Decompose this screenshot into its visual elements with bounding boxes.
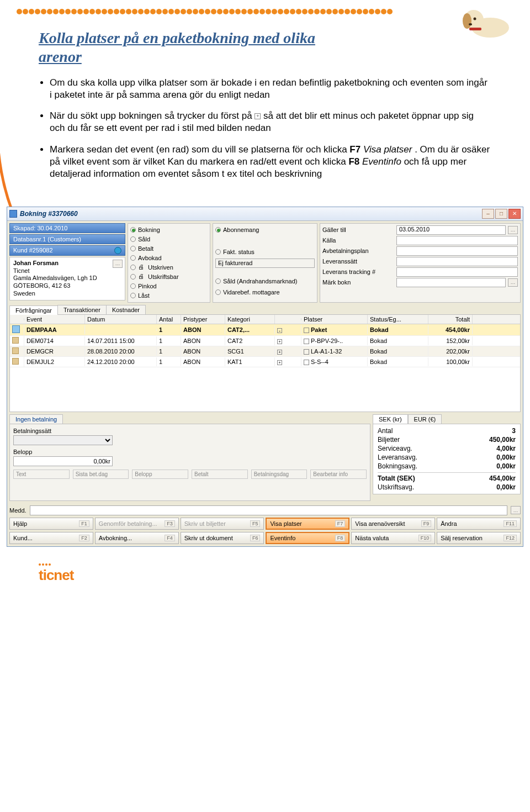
- amount-label: Belopp: [13, 449, 367, 455]
- col-betdag: Betalningsdag: [251, 470, 308, 479]
- window-titlebar: Bokning #3370660 – □ ✕: [7, 207, 523, 221]
- payment-panel: Betalningssätt Belopp Text Sista bet.dag…: [9, 424, 370, 501]
- payment-plan-field[interactable]: [396, 246, 518, 256]
- booking-meta-panel: Gäller till03.05.2010… Källa Avbetalning…: [320, 223, 521, 303]
- function-key-row-2: Kund...F2 Avbokning...F4 Skriv ut dokume…: [7, 532, 523, 546]
- package-box-icon: [12, 358, 19, 365]
- row-checkbox[interactable]: [304, 328, 309, 333]
- customer-name: Johan Forsman: [13, 260, 59, 266]
- events-grid: Event Datum Antal Pristyper Kategori Pla…: [9, 314, 521, 412]
- fn-f10-nasta-valuta[interactable]: Nästa valutaF10: [351, 532, 435, 544]
- source-field[interactable]: [396, 236, 518, 245]
- customer-bar[interactable]: Kund #259082: [9, 245, 125, 256]
- valid-until-picker[interactable]: …: [508, 226, 518, 234]
- globe-icon[interactable]: [114, 247, 121, 254]
- valid-until-field[interactable]: 03.05.2010: [396, 225, 506, 235]
- radio-pinkod[interactable]: [130, 283, 136, 289]
- mark-booking-field[interactable]: [396, 278, 506, 287]
- title-line-2: arenor: [39, 48, 82, 65]
- fn-f9-arenaover[interactable]: Visa arenaöversiktF9: [351, 518, 435, 530]
- instruction-list: Om du ska kolla upp vilka platser som är…: [50, 77, 491, 180]
- radio-fakt-status[interactable]: [215, 249, 221, 255]
- payment-method-label: Betalningssätt: [13, 428, 367, 434]
- plus-expand-icon: +: [255, 113, 261, 119]
- package-box-icon: [12, 347, 19, 354]
- title-line-1: Kolla platser på en paketbokning med oli…: [39, 29, 315, 46]
- customer-addr1: Gamla Almedalsvägen, Lgh 1D: [13, 275, 97, 281]
- payment-method-select[interactable]: [13, 435, 113, 445]
- fn-f6-skriv-dokument[interactable]: Skriv ut dokumentF6: [181, 532, 264, 544]
- tab-kostnader[interactable]: Kostnader: [106, 305, 146, 314]
- window-title: Bokning #3370660: [20, 210, 78, 218]
- col-belopp: Belopp: [132, 470, 188, 479]
- row-checkbox[interactable]: [304, 339, 309, 344]
- fn-f11-andra[interactable]: ÄndraF11: [437, 518, 521, 530]
- fn-f4-avbokning[interactable]: Avbokning...F4: [95, 532, 179, 544]
- col-sista: Sista bet.dag: [73, 470, 129, 479]
- printer-icon: 🖨: [138, 263, 146, 271]
- tab-sek[interactable]: SEK (kr): [373, 414, 408, 424]
- radio-utskriftsbar[interactable]: [130, 274, 136, 280]
- amount-input[interactable]: [13, 456, 113, 466]
- col-bearbetar: Bearbetar info: [310, 470, 367, 479]
- bullet-2: När du sökt upp bokningen så trycker du …: [50, 110, 491, 134]
- fn-f8-eventinfo[interactable]: EventinfoF8: [266, 532, 349, 544]
- table-row[interactable]: DEMJUL224.12.2010 20:001ABONKAT1+S-S--4B…: [10, 357, 520, 367]
- fn-f2-kund[interactable]: Kund...F2: [9, 532, 93, 544]
- radio-vidarebef[interactable]: [215, 289, 221, 295]
- booking-window: Bokning #3370660 – □ ✕ Skapad: 30.04.201…: [7, 207, 523, 547]
- maximize-button[interactable]: □: [495, 209, 507, 219]
- fakt-status-field: Ej fakturerad: [215, 259, 315, 268]
- row-expander[interactable]: +: [277, 339, 282, 344]
- radio-betalt[interactable]: [130, 246, 136, 251]
- fn-f3-genomfor[interactable]: Genomför betalning...F3: [95, 518, 179, 530]
- radio-avbokad[interactable]: [130, 255, 136, 261]
- tracking-field[interactable]: [396, 267, 518, 277]
- message-label: Medd.: [9, 507, 26, 514]
- print-ok-icon: 🖨: [138, 273, 146, 281]
- table-row[interactable]: DEMGCR28.08.2010 20:001ABONSCG1+LA-A1-1-…: [10, 346, 520, 357]
- database-bar: Databasnr.1 (Customers): [9, 234, 125, 244]
- row-checkbox[interactable]: [304, 360, 309, 365]
- status-radio-group-1: Bokning Såld Betalt Avbokad 🖨Utskriven 🖨…: [128, 223, 210, 303]
- tab-transaktioner[interactable]: Transaktioner: [57, 305, 107, 314]
- radio-sald-andrahand[interactable]: [215, 278, 221, 284]
- package-cube-icon: [12, 325, 20, 333]
- fn-f7-visa-platser[interactable]: Visa platserF7: [266, 518, 349, 530]
- delivery-method-field[interactable]: [396, 257, 518, 266]
- radio-utskriven[interactable]: [130, 265, 136, 270]
- tab-eur[interactable]: EUR (€): [408, 414, 442, 424]
- customer-country: Sweden: [13, 290, 35, 297]
- fn-f1-help[interactable]: HjälpF1: [9, 518, 93, 530]
- col-betalt: Betalt: [192, 470, 248, 479]
- bullet-1: Om du ska kolla upp vilka platser som är…: [50, 77, 491, 101]
- row-checkbox[interactable]: [304, 349, 309, 355]
- close-button[interactable]: ✕: [508, 209, 521, 219]
- message-input[interactable]: [30, 505, 507, 515]
- table-row[interactable]: DEMPAAA1ABONCAT2,...-PaketBokad454,00kr: [10, 324, 520, 336]
- radio-bokning[interactable]: [130, 227, 136, 233]
- status-radio-group-2: Abonnemang Fakt. status Ej fakturerad Så…: [213, 223, 317, 303]
- radio-last[interactable]: [130, 293, 136, 298]
- totals-panel: Antal3 Biljetter450,00kr Serviceavg.4,00…: [373, 424, 521, 494]
- mark-booking-picker[interactable]: …: [508, 278, 518, 287]
- row-expander[interactable]: +: [277, 350, 282, 355]
- page-title: Kolla platser på en paketbokning med oli…: [39, 29, 491, 66]
- customer-edit-button[interactable]: …: [113, 260, 123, 268]
- radio-abonnemang[interactable]: [215, 227, 221, 233]
- ticnet-logo: ticnet: [39, 563, 530, 584]
- fn-f5-skriv-biljetter[interactable]: Skriv ut biljetterF5: [181, 518, 264, 530]
- row-expander[interactable]: -: [277, 328, 282, 333]
- grid-header: Event Datum Antal Pristyper Kategori Pla…: [10, 315, 520, 324]
- table-row[interactable]: DEM071414.07.2011 15:001ABONCAT2+P-BPV-2…: [10, 336, 520, 346]
- minimize-button[interactable]: –: [482, 209, 494, 219]
- customer-info-box: Johan Forsman … Ticnet Gamla Almedalsväg…: [9, 257, 125, 300]
- fn-f12-salj-reservation[interactable]: Sälj reservationF12: [437, 532, 521, 544]
- tab-ingen-betalning[interactable]: Ingen betalning: [9, 414, 63, 424]
- row-expander[interactable]: +: [277, 360, 282, 365]
- window-app-icon: [9, 210, 17, 218]
- radio-sald[interactable]: [130, 236, 136, 242]
- function-key-row-1: HjälpF1 Genomför betalning...F3 Skriv ut…: [7, 518, 523, 532]
- message-picker[interactable]: …: [511, 506, 521, 514]
- tab-forfragningar[interactable]: Förfrågningar: [9, 305, 58, 315]
